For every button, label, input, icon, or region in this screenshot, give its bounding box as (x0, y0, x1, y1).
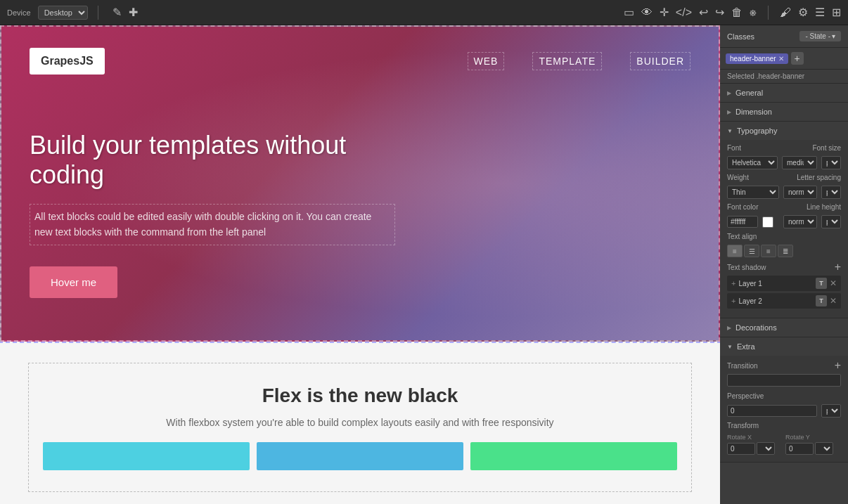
rotate-x-unit[interactable]: deg (757, 442, 775, 455)
layer-1-remove-btn[interactable]: ✕ (830, 278, 837, 288)
font-color-preview[interactable] (762, 217, 773, 228)
undo-icon[interactable]: ↩ (699, 6, 708, 19)
font-inputs-row: Helvetica medium px (727, 156, 841, 169)
perspective-label: Perspective (727, 392, 776, 400)
line-height-label: Line height (807, 203, 841, 211)
transition-input[interactable] (727, 374, 841, 387)
section-typography: ▼ Typography Font Font size Helvetica me… (720, 122, 848, 318)
perspective-unit[interactable]: px (821, 404, 841, 418)
weight-label: Weight (727, 174, 776, 181)
font-size-label: Font size (812, 144, 841, 152)
rotate-y-label: Rotate Y (785, 434, 841, 441)
align-left-btn[interactable]: ≡ (727, 245, 743, 257)
font-color-input[interactable] (727, 216, 758, 228)
divider-2 (768, 6, 769, 20)
perspective-row: px (727, 404, 841, 418)
hero-subtitle[interactable]: All text blocks could be edited easily w… (30, 204, 395, 245)
section-dimension-header[interactable]: ▶ Dimension (720, 103, 848, 121)
rotate-x-item: Rotate X deg (727, 434, 783, 455)
brush-icon[interactable]: 🖌 (780, 6, 791, 19)
eye-icon[interactable]: 👁 (641, 6, 653, 19)
section-decorations: ▶ Decorations (720, 318, 848, 337)
perspective-input[interactable] (727, 405, 817, 417)
nav-link-builder[interactable]: BUILDER (630, 52, 690, 70)
main-area: GrapesJS WEB TEMPLATE BUILDER Build your… (0, 25, 848, 504)
add-shadow-btn[interactable]: + (835, 261, 841, 273)
transform-grid: Rotate X deg Rotate Y (727, 434, 841, 455)
text-align-row: ≡ ☰ ≡ ≣ (727, 245, 841, 257)
align-right-btn[interactable]: ≡ (761, 245, 776, 257)
layer-2-type-btn[interactable]: T (816, 295, 827, 306)
section-dimension-label: Dimension (735, 108, 772, 116)
redo-icon[interactable]: ↪ (715, 6, 724, 19)
section-typography-header[interactable]: ▼ Typography (720, 122, 848, 140)
font-size-select[interactable]: medium (782, 156, 817, 169)
color-bar-2 (257, 442, 463, 470)
font-select[interactable]: Helvetica (727, 156, 778, 169)
font-color-label: Font color (727, 203, 776, 211)
color-bar-1 (43, 442, 250, 470)
nav-link-template[interactable]: TEMPLATE (532, 52, 602, 70)
section-dimension-arrow: ▶ (727, 109, 731, 115)
weight-select[interactable]: Thin (727, 186, 779, 199)
section-decorations-header[interactable]: ▶ Decorations (720, 318, 848, 337)
nav-links: WEB TEMPLATE BUILDER (468, 52, 690, 70)
layer-2-remove-btn[interactable]: ✕ (830, 296, 837, 306)
add-class-button[interactable]: + (791, 52, 804, 65)
flex-title: Flex is the new black (43, 385, 677, 407)
below-hero: Flex is the new black With flexbox syste… (0, 342, 720, 504)
panel-header: Classes - State - ▾ (720, 25, 848, 48)
rotate-x-input-row: deg (727, 442, 783, 455)
grid-icon[interactable]: ⊞ (832, 6, 841, 19)
layer-1-type-btn[interactable]: T (816, 278, 827, 289)
settings-icon[interactable]: ⚙ (798, 6, 808, 19)
code-icon[interactable]: </> (676, 6, 692, 19)
letter-spacing-label: Letter spacing (797, 174, 841, 181)
class-tag[interactable]: header-banner ✕ (726, 53, 788, 64)
layer-2-plus: + (731, 297, 735, 305)
logo[interactable]: GrapesJS (30, 48, 105, 75)
line-height-unit[interactable]: px (821, 215, 841, 228)
rotate-x-input[interactable] (727, 443, 755, 455)
edit-icon[interactable]: ✎ (113, 6, 122, 19)
add-transition-btn[interactable]: + (835, 360, 841, 371)
section-general-label: General (735, 89, 763, 97)
device-label: Device (7, 8, 31, 17)
section-typography-label: Typography (737, 127, 777, 135)
class-tag-remove[interactable]: ✕ (778, 55, 784, 63)
shadow-layer-1: + Layer 1 T ✕ (727, 276, 841, 291)
text-shadow-label: Text shadow (727, 264, 835, 271)
transition-label: Transition (727, 362, 835, 370)
layer-1-plus: + (731, 279, 735, 287)
rotate-y-unit[interactable]: deg (815, 442, 833, 455)
panel-title: Classes (727, 32, 795, 41)
nav-link-web[interactable]: WEB (468, 52, 505, 70)
add-icon[interactable]: ✚ (129, 6, 138, 19)
canvas-area[interactable]: GrapesJS WEB TEMPLATE BUILDER Build your… (0, 25, 720, 504)
letter-spacing-select[interactable]: normal (783, 186, 817, 199)
move-icon[interactable]: ✛ (660, 6, 669, 19)
hero-banner[interactable]: GrapesJS WEB TEMPLATE BUILDER Build your… (0, 25, 720, 342)
viewport-icon[interactable]: ▭ (624, 6, 634, 19)
rotate-y-input-row: deg (785, 442, 841, 455)
hero-button[interactable]: Hover me (30, 266, 117, 298)
letter-spacing-unit[interactable]: px (821, 186, 841, 199)
device-selector[interactable]: Desktop Tablet Mobile (38, 6, 88, 20)
section-general-arrow: ▶ (727, 90, 731, 96)
delete-icon[interactable]: 🗑 (731, 6, 743, 19)
color-inputs-row: normal px (727, 215, 841, 228)
align-justify-btn[interactable]: ≣ (778, 245, 793, 257)
section-dimension: ▶ Dimension (720, 103, 848, 122)
state-button[interactable]: - State - ▾ (799, 31, 841, 41)
toolbar-right-icons: ▭ 👁 ✛ </> ↩ ↪ 🗑 ⎈ 🖌 ⚙ ☰ ⊞ (624, 6, 841, 20)
align-center-btn[interactable]: ☰ (744, 245, 759, 257)
hero-headline[interactable]: Build your templates without coding (30, 131, 416, 190)
line-height-select[interactable]: normal (783, 215, 817, 228)
github-icon[interactable]: ⎈ (750, 6, 757, 19)
selected-info: Selected .header-banner (720, 70, 848, 84)
section-general-header[interactable]: ▶ General (720, 84, 848, 102)
font-size-unit[interactable]: px (821, 156, 841, 169)
menu-icon[interactable]: ☰ (815, 6, 825, 19)
section-extra-header[interactable]: ▼ Extra (720, 337, 848, 356)
rotate-y-input[interactable] (785, 443, 814, 455)
